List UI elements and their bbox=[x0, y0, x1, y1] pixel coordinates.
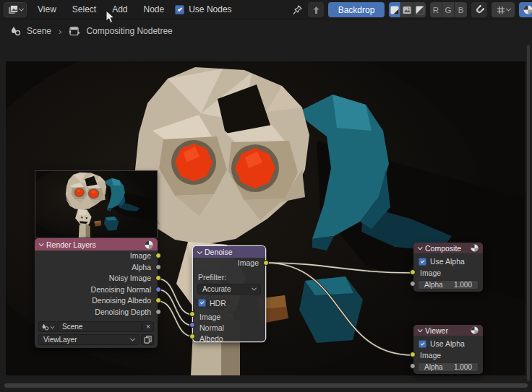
socket-image-out[interactable] bbox=[263, 260, 269, 266]
socket-image-in[interactable] bbox=[410, 269, 416, 275]
chevron-down-icon bbox=[18, 6, 23, 11]
unlink-scene-button[interactable]: × bbox=[142, 321, 154, 332]
menu-add[interactable]: Add bbox=[104, 0, 135, 19]
socket-alpha-out[interactable] bbox=[155, 264, 161, 270]
denoise-header[interactable]: Denoise bbox=[193, 246, 265, 258]
socket-normal-in[interactable] bbox=[189, 322, 195, 328]
channel-color-button[interactable] bbox=[401, 2, 413, 17]
socket-alpha-in[interactable] bbox=[410, 363, 416, 369]
scene-browse-button[interactable] bbox=[38, 321, 56, 332]
node-title: Composite bbox=[425, 244, 467, 253]
socket-image-in[interactable] bbox=[410, 352, 416, 357]
socket-denoising-albedo-out[interactable] bbox=[155, 297, 161, 303]
denoise-node[interactable]: Denoise Image Prefilter: Accurate HDR Im… bbox=[193, 246, 265, 341]
node-title: Viewer bbox=[425, 326, 467, 335]
socket-image-in[interactable] bbox=[189, 311, 195, 317]
arrow-up-icon bbox=[312, 6, 320, 14]
backdrop-toggle-button[interactable]: Backdrop bbox=[328, 2, 385, 17]
socket-albedo-in[interactable] bbox=[189, 334, 195, 339]
chevron-right-icon: › bbox=[57, 26, 63, 37]
vertical-scrollbar[interactable] bbox=[527, 45, 530, 381]
nodetree-icon bbox=[69, 26, 80, 36]
alpha-value: 1.000 bbox=[454, 281, 472, 289]
render-layers-node[interactable]: Render Layers Image Alpha Noisy Image De… bbox=[35, 238, 158, 348]
render-layers-preview bbox=[35, 170, 158, 238]
output-noisy-image: Noisy Image bbox=[35, 273, 158, 284]
menu-select[interactable]: Select bbox=[64, 0, 104, 19]
socket-alpha-in[interactable] bbox=[410, 281, 416, 287]
render-sphere-icon bbox=[471, 326, 479, 334]
collapse-chevron-icon[interactable] bbox=[197, 249, 202, 254]
output-alpha: Alpha bbox=[35, 262, 158, 274]
channel-g-button[interactable]: G bbox=[442, 2, 455, 17]
render-sphere-icon bbox=[471, 244, 479, 252]
use-nodes-label: Use Nodes bbox=[189, 4, 231, 14]
chevron-down-icon bbox=[130, 336, 135, 341]
output-denoising-normal: Denoising Normal bbox=[35, 284, 158, 296]
scene-name-field[interactable]: Scene bbox=[57, 321, 142, 332]
input-albedo: Albedo bbox=[193, 334, 265, 344]
snap-mode-dropdown[interactable] bbox=[492, 2, 515, 17]
horizontal-scrollbar[interactable] bbox=[4, 383, 528, 388]
use-alpha-checkbox[interactable]: Use Alpha bbox=[419, 257, 483, 266]
channel-r-button[interactable]: R bbox=[430, 2, 442, 17]
channel-b-button[interactable]: B bbox=[455, 2, 467, 17]
prefilter-value: Accurate bbox=[202, 285, 231, 293]
alpha-value: 1.000 bbox=[454, 363, 472, 371]
menu-node[interactable]: Node bbox=[136, 0, 173, 19]
viewlayer-dropdown[interactable]: ViewLayer bbox=[38, 334, 140, 345]
alpha-label: Alpha bbox=[424, 363, 443, 371]
breadcrumb-scene-label: Scene bbox=[27, 26, 51, 36]
viewlayer-value: ViewLayer bbox=[43, 336, 77, 344]
output-image: Image bbox=[193, 258, 265, 269]
collapse-chevron-icon[interactable] bbox=[418, 327, 423, 332]
compositor-editor: View Select Add Node Use Nodes Backdrop bbox=[0, 0, 532, 392]
use-alpha-label: Use Alpha bbox=[430, 339, 465, 348]
composite-header[interactable]: Composite bbox=[413, 243, 483, 253]
use-nodes-checkbox[interactable]: Use Nodes bbox=[175, 4, 231, 14]
breadcrumb-tree-label: Compositing Nodetree bbox=[86, 26, 172, 36]
sphere-icon bbox=[523, 5, 532, 14]
snap-toggle-button[interactable] bbox=[471, 2, 487, 17]
breadcrumb: Scene › Compositing Nodetree bbox=[0, 20, 532, 42]
socket-denoising-normal-out[interactable] bbox=[155, 287, 161, 292]
hdr-checkbox[interactable]: HDR bbox=[198, 299, 265, 308]
menu-view[interactable]: View bbox=[30, 0, 64, 19]
prefilter-label: Prefilter: bbox=[193, 273, 265, 282]
new-viewlayer-button[interactable] bbox=[141, 334, 154, 345]
collapse-chevron-icon[interactable] bbox=[418, 245, 423, 250]
checkbox-checked-icon bbox=[175, 5, 184, 14]
output-image: Image bbox=[35, 251, 158, 262]
socket-denoising-depth-out[interactable] bbox=[155, 309, 161, 315]
editor-type-button[interactable] bbox=[4, 2, 27, 17]
render-sphere-icon[interactable] bbox=[145, 240, 153, 249]
parent-node-tree-button[interactable] bbox=[308, 2, 324, 17]
checkbox-checked-icon bbox=[419, 258, 426, 266]
render-layers-header[interactable]: Render Layers bbox=[35, 238, 158, 251]
viewer-header[interactable]: Viewer bbox=[413, 325, 483, 336]
channel-color-alpha-button[interactable] bbox=[389, 2, 401, 17]
socket-image-out[interactable] bbox=[155, 253, 161, 258]
composite-node[interactable]: Composite Use Alpha Image Alpha 1.000 bbox=[413, 243, 483, 292]
collapse-chevron-icon[interactable] bbox=[39, 241, 44, 246]
rgb-channel-buttons: R G B bbox=[430, 2, 467, 17]
use-alpha-label: Use Alpha bbox=[430, 257, 465, 266]
prefilter-dropdown[interactable]: Accurate bbox=[197, 284, 261, 295]
input-normal: Normal bbox=[193, 323, 265, 334]
viewer-node[interactable]: Viewer Use Alpha Image Alpha 1.000 bbox=[413, 325, 483, 374]
alpha-value-slider[interactable]: Alpha 1.000 bbox=[418, 362, 479, 372]
alpha-icon bbox=[416, 6, 424, 14]
socket-noisy-image-out[interactable] bbox=[155, 275, 161, 281]
chevron-down-icon bbox=[50, 325, 54, 329]
channel-alpha-button[interactable] bbox=[413, 2, 426, 17]
alpha-value-slider[interactable]: Alpha 1.000 bbox=[418, 280, 479, 289]
checkbox-checked-icon bbox=[198, 299, 206, 307]
pin-icon[interactable] bbox=[291, 2, 304, 17]
alpha-label: Alpha bbox=[424, 281, 443, 289]
use-alpha-checkbox[interactable]: Use Alpha bbox=[419, 339, 483, 348]
overlays-toggle-button[interactable] bbox=[519, 2, 532, 17]
chevron-down-icon bbox=[505, 6, 510, 12]
node-title: Denoise bbox=[205, 248, 261, 256]
hdr-label: HDR bbox=[210, 299, 226, 308]
output-denoising-depth: Denoising Depth bbox=[35, 307, 158, 318]
